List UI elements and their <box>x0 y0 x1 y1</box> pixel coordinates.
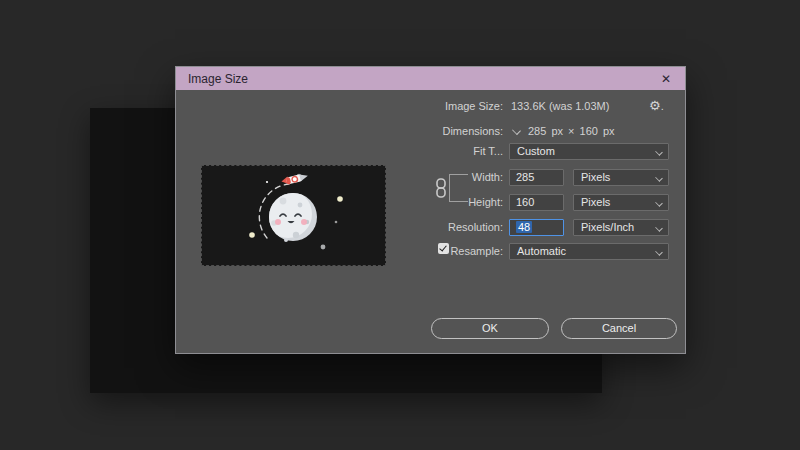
resolution-input[interactable]: 48 <box>509 219 564 236</box>
dimensions-chevron-down-icon[interactable] <box>512 126 521 135</box>
chevron-down-icon <box>655 174 663 182</box>
moon-cheek <box>301 219 307 225</box>
crater <box>284 238 288 242</box>
star-dot <box>337 196 343 202</box>
crater <box>298 203 303 208</box>
cancel-button[interactable]: Cancel <box>561 318 677 339</box>
resolution-unit-select[interactable]: Pixels/Inch <box>573 219 669 236</box>
dialog-title: Image Size <box>188 72 657 86</box>
chevron-down-icon <box>655 199 663 207</box>
gear-menu-dot: . <box>661 100 664 112</box>
moon-illustration <box>202 166 385 265</box>
moon-body <box>262 186 324 248</box>
star-dot <box>249 232 255 238</box>
rocket-icon <box>281 172 309 186</box>
moon-cheek <box>275 219 281 225</box>
image-size-label: Image Size: <box>176 98 503 115</box>
fit-to-label: Fit T... <box>176 143 503 160</box>
image-size-value: 133.6K (was 1.03M) <box>511 98 609 115</box>
ok-button[interactable]: OK <box>431 318 549 339</box>
width-unit-select[interactable]: Pixels <box>573 169 669 186</box>
gear-icon[interactable]: ⚙. <box>649 98 671 114</box>
star-dot <box>321 245 326 250</box>
desktop-background: { "window": { "title": "Image Size", "cl… <box>0 0 800 450</box>
chevron-down-icon <box>655 248 663 256</box>
image-size-dialog: Image Size ✕ Image Size: 133.6K (was 1.0… <box>175 66 686 354</box>
height-unit-select[interactable]: Pixels <box>573 194 669 211</box>
image-preview[interactable] <box>201 165 386 266</box>
crater <box>293 232 299 238</box>
star-dot <box>335 221 338 224</box>
dimensions-value: 285 px × 160 px <box>528 123 615 140</box>
chevron-down-icon <box>655 148 663 156</box>
fit-to-select[interactable]: Custom <box>509 143 669 160</box>
star-dot <box>266 181 268 183</box>
chevron-down-icon <box>655 224 663 232</box>
close-icon[interactable]: ✕ <box>657 71 675 87</box>
selected-text: 48 <box>516 221 532 233</box>
height-input[interactable]: 160 <box>509 194 564 211</box>
width-input[interactable]: 285 <box>509 169 564 186</box>
dimensions-label: Dimensions: <box>176 123 503 140</box>
crater <box>280 198 287 205</box>
resample-select[interactable]: Automatic <box>509 243 669 260</box>
dialog-titlebar[interactable]: Image Size ✕ <box>176 67 685 90</box>
